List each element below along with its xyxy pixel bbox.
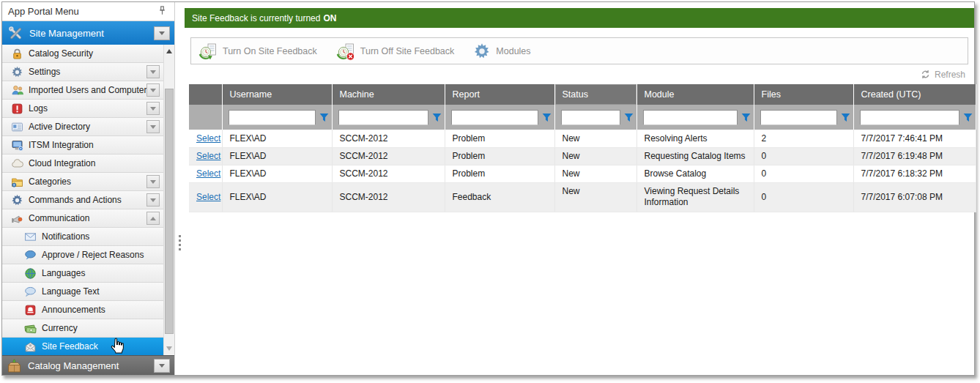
filter-funnel-icon[interactable] — [841, 113, 850, 122]
sidebar-item-approve-reject-reasons[interactable]: Approve / Reject Reasons — [2, 246, 163, 264]
column-header-machine[interactable]: Machine — [332, 84, 445, 105]
item-dropdown-button[interactable] — [146, 83, 160, 97]
select-link[interactable]: Select — [196, 192, 220, 202]
scrollbar-thumb[interactable] — [165, 89, 174, 334]
column-header-files[interactable]: Files — [754, 84, 853, 105]
cell-report: Problem — [445, 147, 554, 165]
filter-funnel-icon[interactable] — [624, 113, 634, 122]
column-header-created[interactable]: Created (UTC) — [853, 84, 976, 105]
users-icon — [11, 84, 23, 97]
item-dropdown-button[interactable] — [146, 193, 160, 207]
turn-on-site-feedback-button[interactable]: Turn On Site Feedback — [198, 42, 317, 61]
modules-button[interactable]: Modules — [473, 42, 530, 60]
column-header-module[interactable]: Module — [636, 84, 754, 105]
chevron-down-icon — [150, 89, 156, 92]
speech-bubble-icon — [24, 249, 37, 261]
open-envelope-icon — [24, 341, 37, 353]
chevron-down-icon — [150, 180, 156, 184]
sidebar-item-commands-and-actions[interactable]: Commands and Actions — [2, 191, 163, 209]
item-dropdown-button[interactable] — [146, 102, 160, 115]
column-header-report[interactable]: Report — [445, 84, 554, 105]
table-row: Select FLEX\AD SCCM-2012 Problem New Req… — [189, 147, 976, 165]
feedback-off-icon — [336, 42, 355, 61]
sidebar-scrollbar[interactable] — [163, 45, 174, 355]
cell-created: 7/7/2017 6:19:48 PM — [853, 147, 976, 165]
sidebar-section-catalog-management[interactable]: Catalog Management — [2, 355, 174, 375]
sidebar-item-cloud-integration[interactable]: Cloud Integration — [2, 155, 163, 173]
filter-funnel-icon[interactable] — [741, 113, 751, 122]
sidebar-item-catalog-security[interactable]: Catalog Security — [2, 45, 163, 63]
item-dropdown-button[interactable] — [146, 120, 160, 133]
column-header-username[interactable]: Username — [222, 84, 332, 105]
filter-row — [189, 105, 976, 130]
tools-icon — [8, 26, 23, 41]
cell-created: 7/7/2017 6:18:32 PM — [853, 165, 976, 182]
cell-username: FLEX\AD — [222, 147, 332, 165]
sidebar-item-announcements[interactable]: Announcements — [2, 301, 163, 319]
cell-files: 0 — [754, 147, 853, 165]
column-header-status[interactable]: Status — [554, 84, 636, 105]
sidebar-item-languages[interactable]: Languages — [2, 264, 163, 283]
sidebar-item-settings[interactable]: Settings — [2, 63, 163, 81]
select-link[interactable]: Select — [196, 151, 220, 161]
sidebar-item-categories[interactable]: Categories — [2, 173, 163, 191]
section-dropdown-button[interactable] — [154, 359, 170, 373]
cell-status: New — [554, 165, 636, 182]
button-label: Turn Off Site Feedback — [360, 46, 455, 56]
gear-icon — [473, 42, 491, 60]
refresh-row: Refresh — [185, 64, 974, 84]
sidebar-item-itsm-integration[interactable]: ITSM Integration — [2, 136, 163, 155]
column-header-select[interactable] — [189, 84, 222, 105]
report-filter-input[interactable] — [451, 110, 538, 125]
gear-icon — [11, 66, 23, 78]
speech-bubble-light-icon — [24, 286, 37, 298]
item-label: Active Directory — [29, 122, 90, 132]
toolbar: Turn On Site Feedback Turn Off Site Feed… — [190, 37, 968, 64]
item-label: ITSM Integration — [29, 140, 94, 150]
sidebar-item-language-text[interactable]: Language Text — [2, 283, 163, 301]
sidebar-item-site-feedback[interactable]: Site Feedback — [2, 338, 163, 356]
item-label: Language Text — [42, 286, 100, 297]
filter-funnel-icon[interactable] — [963, 113, 973, 122]
item-label: Imported Users and Computers — [29, 85, 151, 95]
section-dropdown-button[interactable] — [154, 26, 170, 40]
status-banner: Site Feedback is currently turned ON — [185, 8, 974, 28]
username-filter-input[interactable] — [229, 110, 316, 125]
app-window: App Portal Menu Site Management Catalog … — [1, 1, 975, 376]
item-label: Catalog Security — [29, 48, 93, 59]
item-label: Languages — [42, 268, 85, 278]
main-panel: Site Feedback is currently turned ON Tur… — [185, 2, 974, 375]
sidebar-section-site-management[interactable]: Site Management — [2, 21, 174, 45]
filter-funnel-icon[interactable] — [542, 113, 552, 122]
item-label: Logs — [29, 103, 48, 114]
refresh-button[interactable]: Refresh — [935, 70, 965, 80]
scroll-up-button[interactable] — [164, 46, 174, 56]
sidebar-item-communication[interactable]: Communication — [2, 209, 163, 228]
table-header-row: Username Machine Report Status Module Fi… — [189, 84, 976, 105]
item-dropdown-button[interactable] — [146, 175, 160, 188]
select-link[interactable]: Select — [196, 168, 220, 179]
machine-filter-input[interactable] — [338, 110, 428, 125]
logs-icon — [11, 103, 23, 115]
module-filter-input[interactable] — [643, 110, 738, 125]
panel-splitter[interactable] — [176, 2, 185, 375]
money-icon — [24, 322, 37, 335]
item-label: Announcements — [42, 305, 105, 315]
sidebar-item-notifications[interactable]: Notifications — [2, 228, 163, 246]
sidebar-item-logs[interactable]: Logs — [2, 100, 163, 118]
created-filter-input[interactable] — [860, 110, 959, 125]
chevron-down-icon — [150, 107, 156, 111]
sidebar-item-imported-users-and-computers[interactable]: Imported Users and Computers — [2, 81, 163, 100]
scroll-down-button[interactable] — [164, 343, 174, 354]
filter-funnel-icon[interactable] — [319, 113, 329, 122]
turn-off-site-feedback-button[interactable]: Turn Off Site Feedback — [336, 42, 455, 61]
files-filter-input[interactable] — [760, 110, 837, 125]
select-link[interactable]: Select — [196, 133, 220, 144]
filter-funnel-icon[interactable] — [432, 113, 442, 122]
status-filter-input[interactable] — [561, 110, 620, 125]
item-dropdown-button[interactable] — [146, 65, 160, 78]
pushpin-icon[interactable] — [156, 5, 168, 18]
sidebar-item-currency[interactable]: Currency — [2, 319, 163, 338]
item-collapse-button[interactable] — [146, 212, 160, 225]
sidebar-item-active-directory[interactable]: Active Directory — [2, 118, 163, 136]
